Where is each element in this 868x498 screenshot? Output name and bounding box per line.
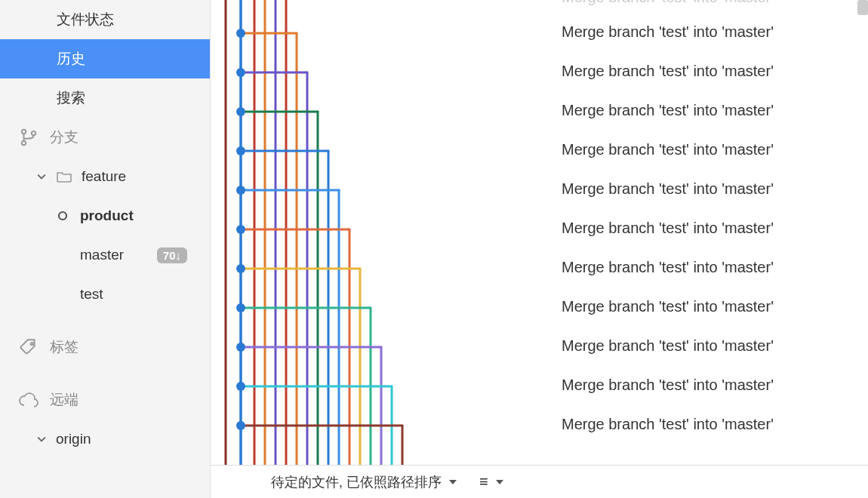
branch-master-label: master	[80, 247, 124, 263]
commit-row[interactable]: Merge branch 'test' into 'master'	[211, 169, 868, 208]
commit-row[interactable]: Merge branch 'test' into 'master'	[211, 130, 868, 169]
branch-test[interactable]: test	[0, 275, 210, 314]
commit-message: Merge branch 'test' into 'master'	[562, 220, 774, 237]
section-tags-label: 标签	[50, 337, 78, 357]
svg-point-0	[22, 130, 26, 134]
section-branches[interactable]: 分支	[0, 118, 210, 157]
remote-origin[interactable]: origin	[0, 420, 210, 459]
commit-message: Merge branch 'test' into 'master'	[562, 298, 774, 315]
branch-folder-feature-label: feature	[82, 168, 126, 185]
nav-search[interactable]: 搜索	[0, 78, 210, 118]
commit-row[interactable]: Merge branch 'test' into 'master'	[211, 51, 868, 91]
commit-message: Merge branch 'test' into 'master'	[562, 141, 774, 158]
chevron-down-icon	[36, 435, 47, 444]
commit-row[interactable]: Merge branch 'test' into 'master'	[211, 12, 868, 51]
branch-icon	[18, 127, 39, 148]
remote-origin-label: origin	[56, 431, 91, 447]
nav-history[interactable]: 历史	[0, 39, 210, 78]
svg-point-3	[59, 212, 66, 220]
nav-history-label: 历史	[57, 49, 85, 69]
branch-product[interactable]: product	[0, 196, 210, 235]
branch-test-label: test	[80, 286, 103, 303]
commit-message: Merge branch 'test' into 'master'	[562, 377, 774, 394]
svg-point-1	[22, 141, 26, 145]
commit-history-area: Merge branch 'test' into 'master'Merge b…	[211, 0, 868, 465]
branch-product-label: product	[80, 208, 134, 224]
commit-row[interactable]: Merge branch 'test' into 'master'	[211, 287, 868, 326]
commit-message: Merge branch 'test' into 'master'	[562, 259, 774, 276]
commit-row[interactable]: Merge branch 'test' into 'master'	[211, 326, 868, 365]
current-branch-indicator-icon	[54, 211, 71, 221]
section-branches-label: 分支	[50, 128, 78, 147]
section-tags[interactable]: 标签	[0, 327, 210, 367]
commit-row[interactable]: Merge branch 'test' into 'master'	[211, 247, 868, 287]
svg-point-4	[31, 343, 33, 345]
commit-message: Merge branch 'test' into 'master'	[562, 102, 774, 119]
chevron-down-icon	[36, 172, 47, 181]
svg-point-2	[32, 131, 35, 135]
commit-message: Merge branch 'test' into 'master'	[562, 0, 774, 6]
nav-file-status-label: 文件状态	[57, 10, 114, 29]
folder-icon	[56, 171, 72, 183]
pending-files-dropdown[interactable]: 待定的文件, 已依照路径排序	[271, 473, 457, 491]
commit-list: Merge branch 'test' into 'master'Merge b…	[211, 0, 868, 444]
commit-message: Merge branch 'test' into 'master'	[562, 180, 774, 198]
list-icon: ≡	[479, 473, 488, 490]
commit-message: Merge branch 'test' into 'master'	[562, 337, 774, 355]
commit-row[interactable]: Merge branch 'test' into 'master'	[211, 208, 868, 247]
commit-message: Merge branch 'test' into 'master'	[562, 416, 774, 433]
commit-row[interactable]: Merge branch 'test' into 'master'	[211, 365, 868, 404]
cloud-icon	[18, 389, 39, 410]
branch-folder-feature[interactable]: feature	[0, 157, 210, 196]
commit-row[interactable]: Merge branch 'test' into 'master'	[211, 91, 868, 130]
commit-message: Merge branch 'test' into 'master'	[562, 23, 774, 41]
behind-count-badge: 70↓	[157, 247, 187, 263]
commit-message: Merge branch 'test' into 'master'	[562, 63, 774, 80]
main-panel: Merge branch 'test' into 'master'Merge b…	[211, 0, 868, 498]
commit-row[interactable]: Merge branch 'test' into 'master'	[211, 404, 868, 444]
branch-master[interactable]: master 70↓	[0, 235, 210, 275]
view-mode-dropdown[interactable]: ≡	[479, 473, 503, 490]
sidebar: 文件状态 历史 搜索 分支 feature product	[0, 0, 211, 498]
section-remotes[interactable]: 远端	[0, 380, 210, 420]
section-remotes-label: 远端	[50, 390, 78, 410]
nav-file-status[interactable]: 文件状态	[0, 0, 210, 39]
commit-row[interactable]: Merge branch 'test' into 'master'	[211, 0, 868, 12]
tag-icon	[18, 337, 39, 358]
bottom-toolbar: 待定的文件, 已依照路径排序 ≡	[211, 465, 868, 498]
nav-search-label: 搜索	[57, 88, 85, 108]
pending-files-label: 待定的文件, 已依照路径排序	[271, 473, 442, 491]
